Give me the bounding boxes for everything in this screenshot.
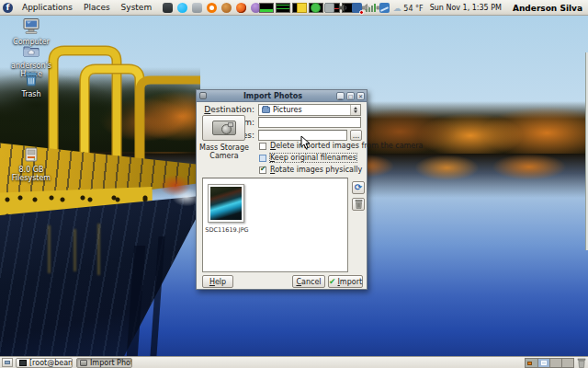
- checkbox-delete-imported[interactable]: Delete imported images from the camera: [259, 142, 423, 150]
- trash-applet-icon[interactable]: [577, 358, 586, 368]
- panel-launchers: [163, 3, 261, 13]
- combo-arrow-icon[interactable]: [350, 105, 360, 115]
- film-input[interactable]: [258, 117, 361, 128]
- system-tray: ☁ 54 °F Sun Nov 1, 1:35 PM Anderson Silv…: [297, 0, 586, 16]
- workspace-4[interactable]: [561, 359, 573, 367]
- skype-launcher-icon[interactable]: [177, 3, 187, 13]
- home-folder-icon: [23, 44, 40, 62]
- yellow-reflection-streak: [97, 224, 100, 275]
- menu-places[interactable]: Places: [78, 2, 116, 13]
- desktop-icon-computer[interactable]: Computer: [3, 18, 60, 47]
- weather-applet[interactable]: ☁ 54 °F: [393, 4, 424, 13]
- close-button[interactable]: ✕: [356, 92, 365, 100]
- task-label: Import Photos: [90, 359, 132, 367]
- desktop-icon-label: Trash: [3, 91, 60, 99]
- dialog-titlebar-icon: [199, 92, 207, 99]
- workspace-window-thumb: [527, 362, 532, 365]
- screen: Computer anderson's Home Trash: [0, 0, 588, 368]
- categories-browse-button[interactable]: ...: [350, 130, 362, 141]
- check-mark-icon: ✔: [260, 165, 266, 173]
- orange-ring-launcher-icon[interactable]: [207, 3, 217, 13]
- desktop-icon-filesystem[interactable]: 8.0 GB Filesystem: [3, 147, 60, 183]
- clock-applet[interactable]: Sun Nov 1, 1:35 PM: [430, 4, 502, 12]
- refresh-button[interactable]: ⟳: [352, 181, 365, 194]
- cancel-button[interactable]: Cancel: [292, 275, 325, 288]
- dialog-title: Import Photos: [209, 92, 336, 100]
- checkbox-rotate-images[interactable]: ✔ Rotate images physically: [259, 166, 362, 174]
- import-photos-dialog: Import Photos ▁ ▢ ✕ Destination: Picture…: [196, 89, 368, 290]
- workspace-window-thumb: [541, 361, 547, 365]
- menu-system[interactable]: System: [116, 2, 158, 13]
- checkbox-label: Keep original filenames: [270, 154, 356, 162]
- destination-value: Pictures: [273, 106, 350, 114]
- cloud-icon: ☁: [393, 4, 401, 13]
- terminal-launcher-icon[interactable]: [163, 3, 173, 13]
- folder-icon: [262, 107, 270, 113]
- task-label: [root@bean2:~]: [29, 359, 73, 367]
- camera-device-button[interactable]: [202, 115, 245, 141]
- import-check-icon: ✔: [329, 277, 336, 286]
- destination-label: Destination:: [204, 105, 254, 114]
- notes-tray-icon[interactable]: [297, 3, 307, 13]
- temperature: 54 °F: [403, 5, 423, 13]
- checkbox-label: Rotate images physically: [270, 166, 362, 174]
- photo-list-panel[interactable]: SDC11619.JPG: [202, 178, 348, 272]
- package-manager-launcher-icon[interactable]: [192, 3, 202, 13]
- dock-underside: [0, 196, 200, 356]
- dialog-titlebar[interactable]: Import Photos ▁ ▢ ✕: [197, 90, 367, 102]
- amber-app-launcher-icon[interactable]: [221, 3, 232, 13]
- menu-applications[interactable]: Applications: [17, 2, 78, 13]
- destination-combobox[interactable]: Pictures: [258, 104, 361, 116]
- network-chart-tray-icon[interactable]: [379, 3, 390, 13]
- desktop-icon-trash[interactable]: Trash: [3, 72, 60, 99]
- bottom-panel: [root@bean2:~] Import Photos: [0, 356, 588, 368]
- yellow-reflection-streak: [48, 225, 51, 273]
- show-desktop-icon: [5, 361, 10, 364]
- speaker-tray-icon[interactable]: [338, 3, 348, 13]
- update-notifier-tray-icon[interactable]: [352, 3, 362, 13]
- delete-photo-button[interactable]: [352, 198, 365, 211]
- network-tray-icon[interactable]: [324, 3, 334, 13]
- workspace-switcher[interactable]: [525, 358, 574, 368]
- checkbox-keep-filenames[interactable]: Keep original filenames: [259, 154, 356, 162]
- update-badge: [359, 10, 364, 15]
- trash-small-icon: [355, 200, 363, 209]
- drive-icon: [24, 147, 39, 166]
- photo-thumbnail[interactable]: [208, 184, 244, 223]
- user-menu[interactable]: Anderson Silva: [513, 4, 582, 13]
- task-terminal[interactable]: [root@bean2:~]: [16, 358, 73, 368]
- task-import-photos[interactable]: Import Photos: [76, 358, 132, 368]
- refresh-icon: ⟳: [355, 183, 362, 192]
- workspace-3[interactable]: [549, 359, 561, 367]
- checkbox-unchecked-icon[interactable]: [259, 143, 266, 150]
- yellow-reflection-streak: [74, 229, 76, 271]
- mouse-cursor: [300, 136, 311, 150]
- camera-task-icon: [80, 360, 87, 366]
- signal-strength-tray-icon[interactable]: [366, 4, 376, 12]
- camera-icon: [212, 121, 236, 135]
- terminal-task-icon: [19, 360, 27, 366]
- tree-reflection: [154, 174, 200, 207]
- workspace-2[interactable]: [537, 359, 549, 367]
- checkbox-focused-icon[interactable]: [259, 155, 266, 162]
- import-button[interactable]: ✔ Import: [328, 275, 363, 288]
- trash-icon: [24, 72, 39, 90]
- checkbox-checked-icon[interactable]: ✔: [259, 167, 266, 174]
- top-panel: f Applications Places System: [0, 0, 588, 16]
- thumbnail-image: [210, 187, 242, 220]
- firefox-launcher-icon[interactable]: [236, 3, 246, 13]
- minimize-button[interactable]: ▁: [336, 92, 345, 100]
- desktop-icon-label: 8.0 GB Filesystem: [3, 167, 60, 183]
- fedora-menu-icon[interactable]: f: [3, 3, 13, 13]
- maximize-button[interactable]: ▢: [346, 92, 355, 100]
- help-button[interactable]: Help: [202, 275, 233, 288]
- show-desktop-button[interactable]: [2, 358, 13, 367]
- cpu-monitor-graph: [259, 3, 274, 13]
- device-label: Mass Storage Camera: [198, 144, 251, 160]
- checkbox-label: Delete imported images from the camera: [270, 142, 423, 150]
- status-online-tray-icon[interactable]: [311, 3, 321, 13]
- thumbnail-caption: SDC11619.JPG: [203, 226, 251, 234]
- memory-monitor-graph: [276, 3, 290, 13]
- workspace-1[interactable]: [526, 359, 537, 367]
- computer-icon: [22, 18, 40, 38]
